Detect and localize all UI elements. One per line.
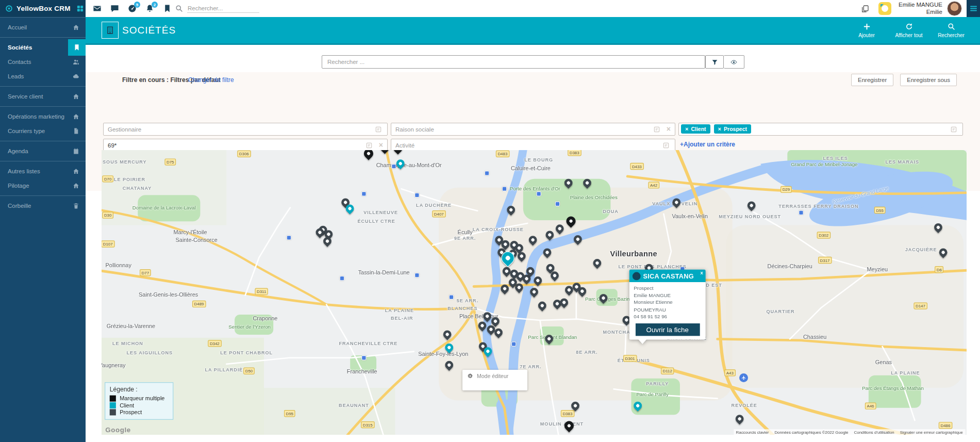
tag-client[interactable]: ×Client [681,124,710,134]
marker-prospect[interactable] [507,206,515,214]
marker-prospect[interactable] [593,259,601,267]
marker-prospect[interactable] [323,237,331,245]
picker-icon[interactable] [653,126,660,133]
transit-icon[interactable] [340,276,345,281]
marker-multiple[interactable] [363,150,373,158]
marker-prospect[interactable] [551,271,559,280]
bookmark-top-icon[interactable] [163,4,172,13]
marker-prospect[interactable] [545,231,554,239]
activite-input[interactable] [391,139,649,151]
transit-icon[interactable] [511,341,517,347]
marker-prospect[interactable] [494,329,502,337]
menu-block[interactable] [967,0,980,17]
marker-prospect[interactable] [315,228,324,237]
gestionnaire-input[interactable] [104,123,361,135]
transit-icon[interactable] [414,192,420,198]
mail-icon[interactable] [93,4,102,13]
marker-prospect[interactable] [560,299,568,307]
transit-icon[interactable] [502,186,507,191]
airport-icon[interactable] [739,373,748,382]
clear-field-icon[interactable]: × [667,125,671,133]
picker-icon[interactable] [950,126,957,133]
transit-icon[interactable] [536,191,541,197]
marker-prospect[interactable] [483,312,491,320]
add-criterion-link[interactable]: +Ajouter un critère [680,141,735,148]
marker-prospect[interactable] [543,248,551,256]
gauge-icon[interactable]: 5 [128,4,137,13]
sidebar-item-courriers-type[interactable]: Courriers type [0,124,86,138]
save-button[interactable]: Enregistrer [851,74,893,86]
marker-prospect[interactable] [445,361,453,369]
marker-prospect[interactable] [546,264,554,272]
editor-mode-button[interactable]: Mode éditeur [462,370,527,390]
marker-prospect[interactable] [564,179,572,187]
sidebar-item-operations-marketing[interactable]: Opérations marketing [0,109,86,124]
marker-prospect[interactable] [578,287,586,296]
remove-tag-icon[interactable]: × [718,126,721,132]
view-button[interactable] [724,55,744,69]
transit-icon[interactable] [361,191,367,197]
bell-icon[interactable]: 2 [145,4,154,13]
raison-sociale-field[interactable]: × [391,123,675,136]
sidebar-item-accueil[interactable]: Accueil [0,20,86,35]
marker-prospect[interactable] [501,240,509,249]
avatar[interactable] [947,1,962,16]
remove-tag-icon[interactable]: × [685,126,688,132]
sidebar-item-autres-listes[interactable]: Autres listes [0,164,86,178]
picker-icon[interactable] [366,142,373,149]
marker-prospect[interactable] [538,302,546,310]
global-search-input[interactable] [187,4,259,13]
transit-icon[interactable] [287,235,292,240]
code-postal-input[interactable] [104,139,361,151]
sidebar-item-leads[interactable]: Leads [0,69,86,84]
marker-prospect[interactable] [478,321,486,330]
attribution-item[interactable]: Conditions d'utilisation [854,430,894,434]
open-record-button[interactable]: Ouvrir la fiche [635,323,700,336]
apps-grid-icon[interactable] [76,5,84,12]
marker-prospect[interactable] [564,286,573,294]
marker-prospect[interactable] [502,267,510,275]
popup-close-icon[interactable]: x [700,270,703,276]
attribution-item[interactable]: Signaler une erreur cartographique [900,430,963,434]
marker-client[interactable] [345,205,354,213]
marker-prospect[interactable] [583,179,591,187]
map[interactable]: SICA CASTANG x Prospect Emilie MANGUE Mo… [102,150,967,435]
marker-prospect[interactable] [571,402,579,410]
picker-icon[interactable] [662,142,670,149]
marker-client[interactable] [634,402,642,410]
marker-client[interactable] [445,343,453,352]
marker-prospect[interactable] [487,325,495,334]
marker-prospect[interactable] [747,201,755,209]
search-icon[interactable] [175,5,183,12]
chat-icon[interactable] [110,4,119,13]
change-filter-link[interactable]: Changer de filtre [188,76,234,84]
marker-prospect[interactable] [545,335,553,343]
marker-prospect[interactable] [526,267,534,275]
rechercher-action-button[interactable]: Rechercher [937,17,966,43]
marker-prospect[interactable] [443,330,451,338]
tag-prospect[interactable]: ×Prospect [714,124,751,134]
transit-icon[interactable] [799,210,804,215]
marker-prospect[interactable] [501,285,509,293]
marker-prospect[interactable] [555,224,563,233]
sidebar-item-contacts[interactable]: Contacts [0,55,86,69]
marker-multiple[interactable] [380,150,389,152]
marker-prospect[interactable] [672,198,680,206]
sidebar-item-societes[interactable]: Sociétés [0,40,86,55]
transit-icon[interactable] [361,355,367,361]
list-search-input[interactable] [322,55,705,69]
ajouter-action-button[interactable]: Ajouter [852,17,881,43]
afficher-tout-action-button[interactable]: Afficher tout [894,17,923,43]
marker-prospect[interactable] [939,248,947,256]
clear-field-icon[interactable]: × [379,141,383,149]
marker-prospect[interactable] [514,244,523,252]
marker-prospect[interactable] [934,223,942,232]
marker-selected[interactable] [501,252,514,265]
marker-prospect[interactable] [735,415,743,423]
transit-icon[interactable] [414,273,420,278]
suite-app-icon[interactable] [878,2,891,15]
marker-multiple[interactable] [566,217,575,226]
gestionnaire-field[interactable] [103,123,388,136]
save-as-button[interactable]: Enregistrer sous [900,74,957,86]
marker-prospect[interactable] [530,288,538,296]
